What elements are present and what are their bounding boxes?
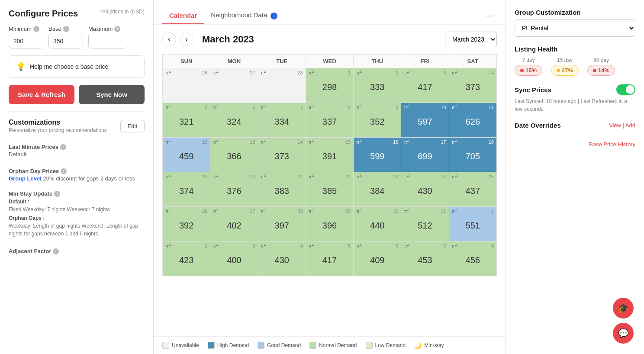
calendar-cell[interactable]: π∠25437 (449, 172, 496, 206)
base-price-history-link[interactable]: Base Price History (515, 141, 635, 148)
cell-date: 28 (298, 209, 303, 214)
legend-label: High Demand (217, 342, 249, 348)
calendar-header-row: SUNMONTUEWEDTHUFRISAT (163, 54, 497, 68)
calendar-cell[interactable]: π∠3417 (401, 68, 449, 103)
maximum-input[interactable] (88, 34, 127, 48)
calendar-cell[interactable]: π∠5417 (306, 241, 353, 276)
calendar-cell[interactable]: π∠29396 (306, 206, 353, 241)
cell-logo-icon: π∠ (213, 139, 219, 145)
graduation-chat-button[interactable]: 🎓 (613, 298, 634, 319)
cell-price: 417 (404, 82, 446, 92)
cell-price: 366 (213, 151, 255, 161)
date-overrides-links[interactable]: View | Add (609, 122, 635, 129)
tabs-menu-button[interactable]: ⋯ (481, 9, 497, 23)
calendar-cell[interactable]: π∠4373 (449, 68, 496, 103)
calendar-cell[interactable]: π∠18705 (449, 137, 496, 172)
calendar-cell[interactable]: π∠20376 (210, 172, 258, 206)
prev-month-button[interactable]: ‹ (162, 32, 176, 46)
calendar-cell[interactable]: π∠2423 (163, 241, 210, 276)
calendar-cell[interactable]: π∠1298 (306, 68, 353, 103)
orphan-day-info-icon[interactable]: i (61, 168, 67, 174)
calendar-cell[interactable]: π∠6324 (210, 103, 258, 137)
base-info-icon[interactable]: i (63, 26, 69, 32)
cell-price: 374 (165, 186, 207, 196)
cell-date: 4 (300, 243, 303, 248)
calendar-cell[interactable]: π∠7334 (258, 103, 306, 137)
cell-price: 321 (165, 117, 207, 127)
calendar-cell[interactable]: π∠3400 (210, 241, 258, 276)
cell-price: 699 (404, 151, 446, 161)
calendar-cell[interactable]: π∠27402 (210, 206, 258, 241)
cell-logo-icon: π∠ (165, 70, 171, 75)
calendar-cell[interactable]: π∠31512 (401, 206, 449, 241)
calendar-cell[interactable]: π∠8337 (306, 103, 353, 137)
minimum-input[interactable] (9, 34, 43, 48)
calendar-cell[interactable]: π∠9352 (354, 103, 401, 137)
calendar-cell[interactable]: π∠24430 (401, 172, 449, 206)
save-refresh-button[interactable]: Save & Refresh (9, 85, 74, 104)
calendar-cell[interactable]: π∠26 (163, 68, 210, 103)
calendar-cell[interactable]: π∠28397 (258, 206, 306, 241)
minimum-info-icon[interactable]: i (33, 26, 39, 32)
legend-item: 🌙Min-stay (414, 342, 444, 349)
cell-date: 2 (396, 70, 398, 75)
neighborhood-info-icon[interactable]: i (270, 13, 277, 19)
cell-logo-icon: π∠ (165, 174, 171, 179)
calendar-cell[interactable]: π∠21383 (258, 172, 306, 206)
calendar-cell[interactable]: π∠30440 (354, 206, 401, 241)
group-customization-title: Group Customization (515, 9, 635, 16)
calendar-cell[interactable]: π∠23384 (354, 172, 401, 206)
chat-bubble-button[interactable]: 💬 (613, 323, 634, 344)
calendar-cell[interactable]: π∠15391 (306, 137, 353, 172)
cell-logo-icon: π∠ (261, 174, 267, 179)
calendar-cell[interactable]: π∠28 (258, 68, 306, 103)
orphan-day-label: Orphan Day Prices i (9, 168, 145, 174)
cell-date: 14 (298, 139, 303, 145)
calendar-cell[interactable]: π∠19374 (163, 172, 210, 206)
cell-date: 28 (298, 70, 303, 75)
calendar-cell[interactable]: π∠1551 (449, 206, 496, 241)
min-stay-info-icon[interactable]: i (54, 191, 60, 197)
calendar-cell[interactable]: π∠27 (210, 68, 258, 103)
help-choose-button[interactable]: 💡 Help me choose a base price (9, 55, 145, 78)
calendar-cell[interactable]: π∠22385 (306, 172, 353, 206)
calendar-cell[interactable]: π∠4430 (258, 241, 306, 276)
last-minute-info-icon[interactable]: i (60, 144, 66, 150)
cell-price: 437 (452, 186, 494, 196)
calendar-day-header: FRI (401, 54, 449, 68)
calendar-cell[interactable]: π∠2333 (354, 68, 401, 103)
calendar-cell[interactable]: π∠12459 (163, 137, 210, 172)
cell-logo-icon: π∠ (165, 243, 171, 248)
calendar-legend: UnavailableHigh DemandGood DemandNormal … (154, 336, 506, 354)
maximum-info-icon[interactable]: i (114, 26, 120, 32)
cell-date: 22 (345, 174, 351, 179)
calendar-cell[interactable]: π∠17699 (401, 137, 449, 172)
group-select[interactable]: PL Rental (515, 19, 635, 37)
tabs-bar: Calendar Neighborhood Data i ⋯ (154, 0, 506, 25)
legend-item: Normal Demand (309, 342, 357, 349)
calendar-cell[interactable]: π∠26392 (163, 206, 210, 241)
calendar-cell[interactable]: π∠13366 (210, 137, 258, 172)
calendar-cell[interactable]: π∠8456 (449, 241, 496, 276)
calendar-cell[interactable]: π∠16599 (354, 137, 401, 172)
calendar-cell[interactable]: π∠10597 (401, 103, 449, 137)
calendar-grid: SUNMONTUEWEDTHUFRISAT π∠26π∠27π∠28π∠1298… (162, 54, 497, 276)
base-input[interactable] (48, 34, 83, 48)
next-month-button[interactable]: › (180, 32, 193, 46)
calendar-cell[interactable]: π∠7453 (401, 241, 449, 276)
tab-calendar[interactable]: Calendar (162, 7, 204, 24)
calendar-cell[interactable]: π∠11626 (449, 103, 496, 137)
sync-now-button[interactable]: Sync Now (79, 85, 145, 104)
cell-price: 352 (356, 117, 398, 127)
calendar-cell[interactable]: π∠6409 (354, 241, 401, 276)
tab-neighborhood[interactable]: Neighborhood Data i (204, 7, 284, 25)
month-select[interactable]: March 2023 (445, 32, 497, 47)
adjacent-info-icon[interactable]: i (53, 248, 59, 254)
calendar-cell[interactable]: π∠14373 (258, 137, 306, 172)
cell-price: 409 (356, 255, 398, 265)
cell-logo-icon: π∠ (213, 174, 219, 179)
edit-button[interactable]: Edit (120, 120, 145, 132)
sync-toggle[interactable] (616, 84, 635, 95)
cell-price: 705 (452, 151, 494, 161)
calendar-cell[interactable]: π∠5321 (163, 103, 210, 137)
